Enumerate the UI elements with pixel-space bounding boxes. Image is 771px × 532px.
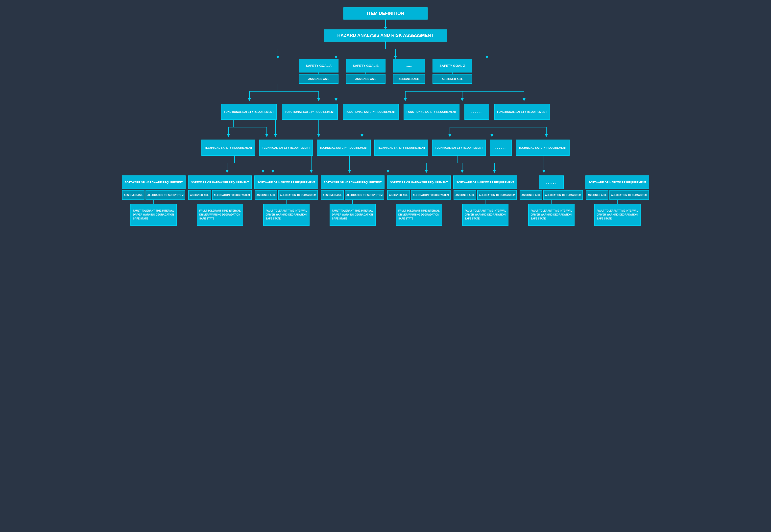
hw-1-sub: ASSIGNED ASIL ALLOCATION TO SUBSYSTEM — [122, 190, 185, 200]
svg-marker-31 — [265, 134, 268, 137]
hw-group-3: SOFTWARE OR HARDWARE REQUIREMENT ASSIGNE… — [254, 175, 318, 226]
hw-3: SOFTWARE OR HARDWARE REQUIREMENT — [254, 175, 318, 189]
svg-marker-43 — [490, 134, 493, 137]
svg-marker-29 — [227, 134, 230, 137]
svg-marker-7 — [394, 56, 397, 59]
hw-4-alloc: ALLOCATION TO SUBSYSTEM — [345, 190, 384, 200]
svg-marker-49 — [226, 170, 229, 173]
hw-4: SOFTWARE OR HARDWARE REQUIREMENT — [321, 175, 385, 189]
fsr-2: FUNCTIONAL SAFETY REQUIREMENT — [282, 104, 338, 120]
fsr-1: FUNCTIONAL SAFETY REQUIREMENT — [221, 104, 277, 120]
hw-group-4: SOFTWARE OR HARDWARE REQUIREMENT ASSIGNE… — [321, 175, 385, 226]
tsr-5: TECHNICAL SAFETY REQUIREMENT — [432, 140, 486, 156]
hw-5-ftl: FAULT TOLERANT TIME INTERVAL DRIVER WARN… — [396, 204, 442, 226]
hw-6: SOFTWARE OR HARDWARE REQUIREMENT — [453, 175, 517, 189]
hw-5: SOFTWARE OR HARDWARE REQUIREMENT — [387, 175, 451, 189]
connector-tsr-hw — [215, 156, 556, 175]
hw-1-asil: ASSIGNED ASIL — [122, 190, 145, 200]
svg-marker-67 — [493, 170, 496, 173]
hw-dots-ftl: FAULT TOLERANT TIME INTERVAL DRIVER WARN… — [528, 204, 575, 226]
connector-goals-fsr — [215, 84, 556, 104]
hw-5-alloc: ALLOCATION TO SUBSYSTEM — [411, 190, 451, 200]
svg-marker-5 — [335, 56, 337, 59]
svg-marker-9 — [485, 56, 488, 59]
hw-3-alloc: ALLOCATION TO SUBSYSTEM — [278, 190, 318, 200]
svg-marker-69 — [542, 170, 545, 173]
goal-b-group: SAFETY GOAL B ASSIGNED ASIL — [346, 59, 385, 84]
hw-group-5: SOFTWARE OR HARDWARE REQUIREMENT ASSIGNE… — [387, 175, 451, 226]
fsr-5: FUNCTIONAL SAFETY REQUIREMENT — [494, 104, 550, 120]
hw-7: SOFTWARE OR HARDWARE REQUIREMENT — [585, 175, 649, 189]
svg-marker-57 — [348, 170, 351, 173]
tsr-1: TECHNICAL SAFETY REQUIREMENT — [201, 140, 255, 156]
goal-dots-group: ...... ASSIGNED ASIL — [393, 59, 425, 84]
arrow-1 — [384, 20, 387, 29]
hw-group-6: SOFTWARE OR HARDWARE REQUIREMENT ASSIGNE… — [453, 175, 517, 226]
hara-box: HAZARD ANALYSIS AND RISK ASSESSMENT — [324, 29, 447, 42]
svg-marker-59 — [386, 170, 389, 173]
goal-dots-box: ...... — [393, 59, 425, 73]
hw-dots-sub: ASSIGNED ASIL ALLOCATION TO SUBSYSTEM — [520, 190, 583, 200]
svg-marker-41 — [448, 134, 451, 137]
goal-dots-asil: ASSIGNED ASIL — [393, 74, 425, 84]
connector-hara-goals — [215, 42, 556, 59]
hw-4-sub: ASSIGNED ASIL ALLOCATION TO SUBSYSTEM — [321, 190, 384, 200]
fsr-3: FUNCTIONAL SAFETY REQUIREMENT — [343, 104, 399, 120]
hw-5-sub: ASSIGNED ASIL ALLOCATION TO SUBSYSTEM — [387, 190, 451, 200]
goal-a-group: SAFETY GOAL A ASSIGNED ASIL — [299, 59, 338, 84]
tsr-4: TECHNICAL SAFETY REQUIREMENT — [374, 140, 428, 156]
hw-2-sub: ASSIGNED ASIL ALLOCATION TO SUBSYSTEM — [188, 190, 252, 200]
item-definition-box: ITEM DEFINITION — [343, 7, 428, 20]
hw-2-asil: ASSIGNED ASIL — [188, 190, 211, 200]
fsr-dots: ...... — [464, 104, 489, 120]
goal-a-asil: ASSIGNED ASIL — [299, 74, 338, 84]
fsr-4: FUNCTIONAL SAFETY REQUIREMENT — [404, 104, 459, 120]
hw-2: SOFTWARE OR HARDWARE REQUIREMENT — [188, 175, 252, 189]
hw-3-asil: ASSIGNED ASIL — [255, 190, 277, 200]
hw-1: SOFTWARE OR HARDWARE REQUIREMENT — [122, 175, 186, 189]
hw-7-alloc: ALLOCATION TO SUBSYSTEM — [609, 190, 649, 200]
hw-6-alloc: ALLOCATION TO SUBSYSTEM — [477, 190, 517, 200]
hw-7-ftl: FAULT TOLERANT TIME INTERVAL DRIVER WARN… — [594, 204, 641, 226]
tsr-6: TECHNICAL SAFETY REQUIREMENT — [516, 140, 570, 156]
hw-3-ftl: FAULT TOLERANT TIME INTERVAL DRIVER WARN… — [263, 204, 310, 226]
hw-group-7: SOFTWARE OR HARDWARE REQUIREMENT ASSIGNE… — [585, 175, 649, 226]
svg-marker-3 — [276, 56, 279, 59]
tsr-2: TECHNICAL SAFETY REQUIREMENT — [259, 140, 313, 156]
connector-fsr-tsr — [215, 120, 556, 140]
hw-7-asil: ASSIGNED ASIL — [586, 190, 608, 200]
hw-1-alloc: ALLOCATION TO SUBSYSTEM — [145, 190, 185, 200]
level-1: ITEM DEFINITION — [343, 7, 428, 20]
goal-b-asil: ASSIGNED ASIL — [346, 74, 385, 84]
svg-marker-55 — [310, 170, 313, 173]
hw-dots-asil: ASSIGNED ASIL — [520, 190, 542, 200]
diagram: ITEM DEFINITION HAZARD ANALYSIS AND RISK… — [5, 7, 766, 231]
svg-marker-35 — [317, 134, 320, 137]
hw-dots-box: ...... — [539, 175, 564, 189]
hw-3-sub: ASSIGNED ASIL ALLOCATION TO SUBSYSTEM — [255, 190, 318, 200]
goal-a-box: SAFETY GOAL A — [299, 59, 338, 73]
svg-marker-33 — [274, 134, 277, 137]
svg-marker-17 — [335, 98, 337, 101]
hw-6-ftl: FAULT TOLERANT TIME INTERVAL DRIVER WARN… — [462, 204, 508, 226]
hw-4-asil: ASSIGNED ASIL — [321, 190, 343, 200]
svg-marker-13 — [248, 98, 251, 101]
svg-marker-45 — [545, 134, 548, 137]
hw-2-ftl: FAULT TOLERANT TIME INTERVAL DRIVER WARN… — [197, 204, 243, 226]
tsr-3: TECHNICAL SAFETY REQUIREMENT — [317, 140, 371, 156]
svg-marker-25 — [523, 98, 526, 101]
hw-6-sub: ASSIGNED ASIL ALLOCATION TO SUBSYSTEM — [454, 190, 517, 200]
svg-marker-51 — [262, 170, 265, 173]
hw-5-asil: ASSIGNED ASIL — [387, 190, 410, 200]
goal-z-group: SAFETY GOAL Z ASSIGNED ASIL — [433, 59, 472, 84]
svg-marker-37 — [361, 134, 363, 137]
level-6: SOFTWARE OR HARDWARE REQUIREMENT ASSIGNE… — [5, 175, 766, 226]
goal-b-box: SAFETY GOAL B — [346, 59, 385, 73]
svg-marker-21 — [404, 98, 407, 101]
svg-marker-65 — [461, 170, 464, 173]
hw-4-ftl: FAULT TOLERANT TIME INTERVAL DRIVER WARN… — [330, 204, 376, 226]
hw-7-sub: ASSIGNED ASIL ALLOCATION TO SUBSYSTEM — [586, 190, 649, 200]
hw-1-ftl: FAULT TOLERANT TIME INTERVAL DRIVER WARN… — [130, 204, 177, 226]
hw-dots-alloc: ALLOCATION TO SUBSYSTEM — [543, 190, 583, 200]
hw-6-asil: ASSIGNED ASIL — [454, 190, 476, 200]
